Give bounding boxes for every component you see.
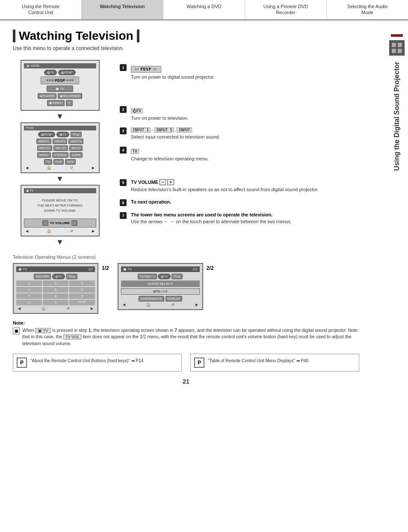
note-item-1: ▣ When ▣ TV is pressed in step 1, the te…: [13, 327, 359, 347]
screen3-arrow-left[interactable]: ◀: [26, 229, 28, 233]
nav-item-watching-dvd[interactable]: Watching a DVD: [163, 0, 245, 19]
m2-home[interactable]: 🏠: [146, 303, 151, 307]
btn-m2-tv[interactable]: ⏻TV: [158, 274, 171, 279]
btn-m1-tv-input[interactable]: TV▲: [66, 274, 77, 279]
btn-vol-plus[interactable]: +: [71, 220, 77, 226]
btn-m1-tv[interactable]: ⏻TV: [52, 274, 65, 279]
btn-screenmode[interactable]: SCREENMODE: [139, 296, 164, 301]
ref-icon-2: P: [194, 358, 204, 368]
m1-arrow-right[interactable]: ▶: [91, 307, 93, 310]
btn-input3[interactable]: INPUT3: [68, 139, 83, 144]
step-3-tag-area: INPUT 1 – INPUT 5 , INPUT: [131, 127, 359, 133]
note-tv-btn: ▣ TV: [35, 328, 51, 333]
nav-item-audio-mode[interactable]: Selecting the AudioMode: [327, 0, 408, 19]
step-2-tv-tag: ⏻TV: [131, 108, 143, 113]
btn-input2[interactable]: INPUT2: [53, 139, 68, 144]
m1-arrow-left[interactable]: ◀: [18, 307, 21, 310]
step-2-tag-area: ⏻TV: [131, 106, 359, 114]
btn-input1[interactable]: INPUT1: [36, 139, 51, 144]
btn-display[interactable]: DISPLAY: [166, 296, 182, 301]
top-navigation: Using the RemoteControl Unit Watching Te…: [0, 0, 408, 21]
btn-s2-tv[interactable]: ⏻TV: [56, 132, 69, 137]
nav-label-watching-dvd: Watching a DVD: [187, 4, 222, 9]
screen3-arrow-right[interactable]: ▶: [92, 229, 95, 233]
num-1[interactable]: 1: [16, 281, 42, 286]
num-7[interactable]: 7: [16, 293, 42, 299]
reference-boxes: P "About the Remote Control Unit Buttons…: [13, 354, 359, 372]
num-0[interactable]: 0: [43, 300, 68, 305]
screen2-sound-row: MONO STEREO SURR: [24, 152, 96, 158]
btn-stereo[interactable]: STEREO: [52, 152, 69, 158]
btn-tv-label[interactable]: ▣ TV: [47, 86, 73, 92]
nav-item-dvd-recorder[interactable]: Using a Pioneer DVDRecorder: [245, 0, 327, 19]
btn-tv-power[interactable]: ⏻TV: [44, 70, 57, 75]
page-number: 21: [13, 378, 359, 385]
num-9[interactable]: 9: [69, 293, 95, 299]
m2-arrow-right[interactable]: ▶: [195, 303, 198, 307]
screen-mockup-3: ▣ TV PLEASE MOVE ON TOTHE NEXT AFTER TUR…: [21, 185, 100, 236]
num-6[interactable]: 6: [69, 287, 95, 293]
screen3-back-btn[interactable]: ↺: [70, 229, 73, 233]
arrow-right-btn[interactable]: ▶: [92, 166, 95, 170]
arrow-down-3: ▼: [56, 238, 64, 247]
arrow-down-1: ▼: [56, 112, 64, 121]
fraction-1-2: 1/2: [102, 263, 109, 271]
btn-pdsp-power[interactable]: ⏻PDSP: [58, 70, 75, 75]
step-1: 1 ≋≋PDSP≋≋ Turn on power to digital soun…: [120, 64, 359, 80]
btn-mono[interactable]: MONO: [37, 152, 51, 158]
btn-tv-nav[interactable]: TV: [44, 159, 52, 165]
arrow-home-btn[interactable]: 🏠: [47, 166, 51, 170]
btn-player[interactable]: ⏯PLAYER: [38, 93, 56, 99]
menu2-bottom-btns: SCREENMODE DISPLAY: [121, 296, 200, 301]
nav-item-remote-control[interactable]: Using the RemoteControl Unit: [0, 0, 82, 19]
btn-input5[interactable]: INPUT5: [53, 145, 68, 151]
btn-pdsp-m[interactable]: PDSP: [69, 300, 95, 305]
menu1-num-grid: 1 2 3 4 5 6 7 8 9 -/− 0 PDSP: [16, 281, 95, 305]
ref-box-1: P "About the Remote Control Unit Buttons…: [13, 354, 182, 372]
num-dash[interactable]: -/−: [16, 300, 42, 305]
num-3[interactable]: 3: [69, 281, 95, 286]
btn-m2-tvvol[interactable]: TV VOL− +: [138, 274, 157, 279]
btn-dvd[interactable]: DVD: [53, 159, 64, 165]
btn-m1-record[interactable]: RECORD: [34, 274, 51, 279]
menu-screen-1-title: ▣ TV 1/2: [16, 266, 95, 272]
grid-icon-svg: [391, 42, 403, 54]
btn-input4[interactable]: INPUT4: [37, 145, 52, 151]
arrow-left-btn[interactable]: ◀: [26, 166, 28, 170]
screen3-vol-label: TV VOLUME: [50, 221, 70, 225]
step-6: 6 To next operation.: [120, 199, 359, 206]
step-2-content: ⏻TV Turn on power to television.: [131, 106, 359, 121]
title-bar-left: [13, 30, 15, 42]
btn-vol-minus[interactable]: −: [42, 220, 48, 226]
m1-back[interactable]: ↺: [67, 307, 70, 310]
arrow-back-btn[interactable]: ↺: [70, 166, 73, 170]
m2-arrow-left[interactable]: ◀: [123, 303, 125, 307]
menu2-mts[interactable]: MTS / I-II: [121, 288, 200, 295]
num-5[interactable]: 5: [43, 287, 68, 293]
btn-surr[interactable]: SURR: [70, 152, 83, 158]
num-4[interactable]: 4: [16, 287, 42, 293]
btn-finish[interactable]: ▣ FINISH: [47, 100, 65, 106]
screen3-title: ▣ TV: [26, 189, 34, 192]
sidebar-grid-icon: [389, 40, 405, 56]
btn-dvr[interactable]: DVR: [65, 159, 76, 165]
steps-column: 1 ≋≋PDSP≋≋ Turn on power to digital soun…: [107, 60, 359, 231]
m2-back[interactable]: ↺: [171, 303, 174, 307]
step-2: 2 ⏻TV Turn on power to television.: [120, 106, 359, 121]
nav-label-audio-mode: Selecting the AudioMode: [347, 4, 387, 15]
btn-s2-pdsp[interactable]: ⏻PDSP: [38, 132, 55, 137]
btn-input[interactable]: INPUT: [69, 145, 83, 151]
step-6-label: To next operation.: [131, 199, 359, 204]
btn-refresh[interactable]: ↺: [66, 100, 73, 106]
screen3-home-btn[interactable]: 🏠: [47, 229, 51, 233]
btn-s2-tv2[interactable]: TV▲: [71, 132, 82, 137]
num-8[interactable]: 8: [43, 293, 68, 299]
num-2[interactable]: 2: [43, 281, 68, 286]
m1-home[interactable]: 🏠: [41, 307, 46, 310]
step-num-6: 6: [120, 199, 127, 206]
nav-item-watching-tv[interactable]: Watching Television: [82, 0, 163, 19]
step-3-input1-tag: INPUT 1: [131, 127, 151, 133]
btn-recorder[interactable]: ⏺RECORDER: [58, 93, 82, 99]
step-5-tag-area: TV VOLUME − +: [131, 179, 359, 185]
btn-m2-tv-input[interactable]: TV▲: [171, 274, 183, 279]
